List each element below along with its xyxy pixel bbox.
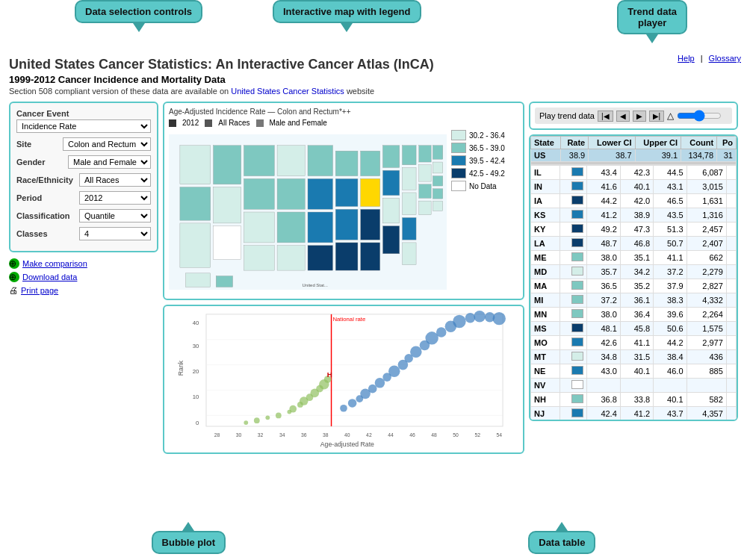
cell-upper: 43.5	[654, 208, 686, 223]
cancer-event-select[interactable]: Incidence Rate	[16, 119, 151, 133]
cell-upper: 46.0	[654, 364, 686, 379]
table-wrapper[interactable]: State Rate Lower CI Upper CI Count Po US	[530, 136, 737, 420]
table-row: NV	[531, 379, 737, 393]
gender-select[interactable]: Male and Female	[68, 155, 151, 169]
description: Section 508 compliant version of these d…	[9, 87, 738, 96]
col-pop[interactable]: Po	[717, 137, 737, 149]
cell-rate: 43.4	[587, 166, 620, 180]
cell-lower: 40.1	[620, 364, 653, 379]
state-color-dot	[571, 224, 583, 233]
cell-count: 4,357	[686, 407, 726, 420]
col-upper-ci[interactable]: Upper CI	[635, 137, 681, 149]
classification-select[interactable]: Quantile	[79, 209, 151, 223]
svg-text:50: 50	[453, 432, 459, 438]
state-vt	[433, 176, 442, 186]
cell-count: 885	[686, 364, 726, 379]
download-icon: ⊕	[9, 272, 19, 282]
map-svg-area[interactable]: United Stat...	[169, 130, 447, 294]
classes-select[interactable]: 4	[79, 227, 151, 240]
state-il	[335, 178, 358, 206]
svg-point-33	[276, 413, 282, 419]
cell-rate: 34.8	[587, 350, 620, 364]
cell-count-us: 134,78	[681, 149, 717, 162]
gender-square	[256, 119, 264, 127]
table-row: MI37.236.138.34,332	[531, 293, 737, 308]
cell-pop	[726, 293, 736, 308]
trend-play-label: Play trend data	[539, 111, 595, 120]
legend-color-1	[451, 130, 466, 140]
legend-label-2: 36.5 - 39.0	[469, 144, 505, 152]
left-panel: Cancer Event Incidence Rate Site Colon a…	[9, 102, 158, 454]
cell-upper: 40.1	[654, 393, 686, 407]
us-map-svg[interactable]: United Stat...	[169, 130, 447, 294]
svg-text:20: 20	[193, 368, 199, 375]
trend-play-btn[interactable]: ▶	[633, 111, 646, 122]
help-link[interactable]: Help	[678, 54, 695, 63]
cell-pop	[726, 251, 736, 265]
trend-last-btn[interactable]: ▶|	[649, 111, 665, 122]
cell-upper	[654, 379, 686, 393]
state-color-dot	[571, 267, 583, 276]
cell-upper: 41.1	[654, 251, 686, 265]
state-ia	[308, 178, 332, 209]
cell-lower: 36.4	[620, 308, 653, 322]
svg-text:46: 46	[409, 432, 415, 438]
col-state[interactable]: State	[531, 137, 561, 149]
period-select[interactable]: 2012	[79, 191, 151, 205]
print-icon: 🖨	[9, 285, 18, 296]
cell-rate: 42.6	[587, 336, 620, 350]
state-ne	[277, 212, 305, 243]
cell-pop	[726, 223, 736, 237]
site-select[interactable]: Colon and Rectum	[63, 137, 151, 151]
legend-item-nodata: No Data	[451, 181, 518, 191]
table-row: ME38.035.141.1662	[531, 251, 737, 265]
cell-state: MS	[531, 322, 560, 336]
cell-lower: 40.1	[620, 180, 653, 194]
col-count[interactable]: Count	[681, 137, 717, 149]
cell-state: IA	[531, 194, 560, 208]
col-lower-ci[interactable]: Lower CI	[589, 137, 635, 149]
state-ak	[185, 273, 210, 287]
trend-prev-btn[interactable]: ◀	[616, 111, 630, 122]
legend-color-2	[451, 143, 466, 153]
col-rate[interactable]: Rate	[561, 137, 589, 149]
cell-count: 1,575	[686, 322, 726, 336]
state-wi	[335, 151, 358, 175]
bottom-callouts: Bubble plot Data table	[0, 522, 747, 554]
cell-state: MN	[531, 308, 560, 322]
links-section: ⊕ Make comparison ⊕ Download data 🖨 Prin…	[9, 258, 158, 296]
cell-pop	[726, 265, 736, 279]
download-link[interactable]: Download data	[22, 273, 77, 281]
cell-rate: 36.8	[587, 393, 620, 407]
trend-first-btn[interactable]: |◀	[598, 111, 613, 122]
table-row: KY49.247.351.32,457	[531, 223, 737, 237]
state-mo	[308, 212, 332, 243]
cell-rate: 42.4	[587, 407, 620, 420]
races-square	[205, 119, 212, 127]
uscancer-link[interactable]: United States Cancer Statistics	[231, 87, 344, 96]
state-nj	[419, 201, 431, 215]
cell-pop	[726, 407, 736, 420]
cell-count: 2,977	[686, 336, 726, 350]
gender-label: Male and Female	[270, 119, 327, 127]
svg-text:Age-adjusted Rate: Age-adjusted Rate	[320, 441, 374, 448]
race-select[interactable]: All Races	[79, 173, 151, 187]
cell-rate: 48.1	[587, 322, 620, 336]
year-square	[169, 119, 176, 127]
cell-state: KS	[531, 208, 560, 223]
cell-pop	[726, 364, 736, 379]
cell-state-us: US	[531, 149, 561, 162]
state-az	[214, 226, 241, 260]
cell-lower-us: 38.7	[589, 149, 635, 162]
svg-point-32	[265, 415, 270, 420]
cell-upper: 38.4	[654, 350, 686, 364]
cell-rate: 48.7	[587, 237, 620, 251]
svg-point-57	[436, 327, 447, 337]
trend-slider[interactable]	[677, 110, 722, 122]
state-mn	[308, 146, 332, 176]
glossary-link[interactable]: Glossary	[709, 54, 741, 63]
svg-point-45	[348, 399, 357, 408]
middle-panel: Age-Adjusted Incidence Rate — Colon and …	[163, 102, 524, 454]
compare-link[interactable]: Make comparison	[22, 259, 87, 268]
print-link[interactable]: Print page	[21, 286, 58, 295]
